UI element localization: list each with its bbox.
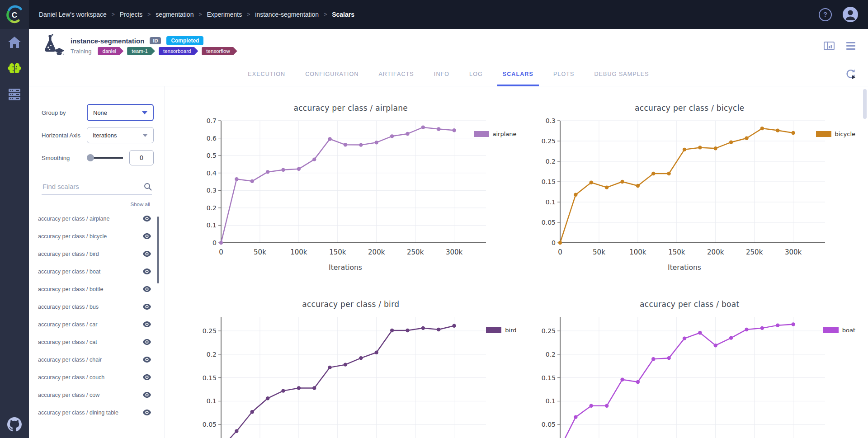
chart-canvas-bicycle[interactable]: 00.050.10.150.20.250.3050k100k150k200k25… — [532, 114, 830, 273]
horizontal-axis-select[interactable]: Iterations — [87, 127, 154, 143]
refresh-icon[interactable] — [845, 69, 856, 81]
tab-execution[interactable]: EXECUTION — [238, 62, 295, 86]
scalar-row-accuracy-per-class-dining-table[interactable]: accuracy per class / dining table — [29, 404, 165, 421]
chart-canvas-bird[interactable]: 00.050.10.150.20.25050k100k150k200k250k3… — [193, 311, 491, 438]
projects-brain-icon[interactable] — [8, 62, 21, 75]
tag-tensorboard[interactable]: tensorboard — [159, 47, 198, 55]
horizontal-axis-label: Horizontal Axis — [42, 132, 87, 139]
chart-title: accuracy per class / bird — [181, 300, 520, 309]
home-icon[interactable] — [8, 36, 21, 48]
tab-artifacts[interactable]: ARTIFACTS — [368, 62, 424, 86]
scalar-row-accuracy-per-class-airplane[interactable]: accuracy per class / airplane — [29, 210, 165, 227]
eye-icon[interactable] — [143, 216, 151, 221]
tab-plots[interactable]: PLOTS — [543, 62, 585, 86]
breadcrumb-separator: > — [324, 11, 327, 18]
scalar-label: accuracy per class / bus — [38, 304, 99, 310]
id-badge[interactable]: ID — [150, 37, 161, 44]
avatar[interactable] — [843, 7, 858, 22]
svg-text:300k: 300k — [446, 248, 463, 256]
menu-icon[interactable] — [846, 42, 855, 50]
left-rail — [0, 29, 29, 438]
tab-list: EXECUTIONCONFIGURATIONARTIFACTSINFOLOGSC… — [238, 62, 659, 86]
scalar-row-accuracy-per-class-bus[interactable]: accuracy per class / bus — [29, 298, 165, 316]
breadcrumb-item-instance-segmentation[interactable]: instance-segmentation — [255, 11, 319, 18]
breadcrumb-item-projects[interactable]: Projects — [120, 11, 143, 18]
scalar-row-accuracy-per-class-bicycle[interactable]: accuracy per class / bicycle — [29, 227, 165, 245]
svg-text:250k: 250k — [746, 248, 763, 256]
legend-boat[interactable]: boat — [823, 327, 855, 334]
scalar-chart-boat: accuracy per class / boat00.050.10.150.2… — [520, 287, 859, 438]
eye-icon[interactable] — [143, 392, 151, 398]
svg-text:250k: 250k — [407, 248, 424, 256]
legend-bird[interactable]: bird — [486, 327, 516, 334]
scalar-row-accuracy-per-class-cow[interactable]: accuracy per class / cow — [29, 386, 165, 404]
smoothing-slider[interactable] — [87, 154, 123, 161]
main-area: instance-segmentation ID Completed Train… — [0, 29, 868, 438]
show-all-link[interactable]: Show all — [29, 202, 150, 207]
eye-icon[interactable] — [143, 357, 151, 363]
eye-icon[interactable] — [143, 339, 151, 345]
eye-icon[interactable] — [143, 304, 151, 310]
tab-scalars[interactable]: SCALARS — [493, 62, 543, 86]
tag-team-1[interactable]: team-1 — [127, 47, 155, 55]
help-icon[interactable]: ? — [819, 8, 832, 21]
scalar-row-accuracy-per-class-car[interactable]: accuracy per class / car — [29, 316, 165, 333]
list-scrollbar[interactable] — [157, 217, 159, 283]
search-icon[interactable] — [144, 183, 152, 191]
tab-configuration[interactable]: CONFIGURATION — [295, 62, 368, 86]
tab-info[interactable]: INFO — [424, 62, 459, 86]
svg-text:150k: 150k — [329, 248, 346, 256]
eye-icon[interactable] — [143, 268, 151, 274]
chart-title: accuracy per class / bicycle — [520, 104, 859, 113]
scalar-row-accuracy-per-class-bird[interactable]: accuracy per class / bird — [29, 245, 165, 263]
legend-label: airplane — [493, 131, 517, 137]
eye-icon[interactable] — [143, 233, 151, 239]
svg-text:100k: 100k — [629, 248, 646, 256]
breadcrumb-item-daniel-lew-s-workspace[interactable]: Daniel Lew's workspace — [39, 11, 107, 18]
chart-canvas-boat[interactable]: 00.050.10.150.20.25050k100k150k200k250k3… — [532, 311, 830, 438]
x-axis-label: Iterations — [668, 264, 701, 272]
page-scrollbar[interactable] — [863, 89, 867, 119]
svg-text:0.05: 0.05 — [541, 219, 555, 226]
eye-icon[interactable] — [143, 374, 151, 380]
content: instance-segmentation ID Completed Train… — [29, 29, 868, 438]
tab-debug-samples[interactable]: DEBUG SAMPLES — [584, 62, 659, 86]
group-by-select[interactable]: None — [87, 104, 154, 121]
github-icon[interactable] — [7, 417, 22, 432]
scalar-label: accuracy per class / car — [38, 321, 97, 328]
scalar-row-accuracy-per-class-couch[interactable]: accuracy per class / couch — [29, 368, 165, 386]
svg-text:50k: 50k — [254, 248, 266, 256]
eye-icon[interactable] — [143, 321, 151, 327]
scalar-row-accuracy-per-class-bottle[interactable]: accuracy per class / bottle — [29, 280, 165, 298]
tag-tensorflow[interactable]: tensorflow — [202, 47, 237, 55]
breadcrumb-item-experiments[interactable]: Experiments — [207, 11, 242, 18]
table-view-icon[interactable] — [824, 42, 835, 50]
legend-swatch — [823, 327, 839, 333]
svg-text:0.3: 0.3 — [545, 117, 555, 124]
svg-text:0.2: 0.2 — [545, 351, 555, 358]
scalar-label: accuracy per class / chair — [38, 357, 102, 363]
tag-daniel[interactable]: daniel — [98, 47, 123, 55]
scalar-row-accuracy-per-class-boat[interactable]: accuracy per class / boat — [29, 263, 165, 280]
tab-log[interactable]: LOG — [459, 62, 493, 86]
eye-icon[interactable] — [143, 251, 151, 257]
chart-canvas-airplane[interactable]: 00.10.20.30.40.50.60.7050k100k150k200k25… — [193, 114, 491, 273]
experiment-type-icon — [40, 33, 64, 58]
slider-knob[interactable] — [87, 154, 94, 161]
eye-icon[interactable] — [143, 410, 151, 415]
workers-queues-icon[interactable] — [8, 89, 21, 100]
eye-icon[interactable] — [143, 286, 151, 292]
experiment-title: instance-segmentation — [71, 37, 144, 45]
search-input[interactable] — [42, 182, 144, 191]
scalar-row-accuracy-per-class-chair[interactable]: accuracy per class / chair — [29, 351, 165, 368]
legend-airplane[interactable]: airplane — [474, 131, 517, 137]
smoothing-input[interactable] — [129, 150, 154, 165]
breadcrumb-item-segmentation[interactable]: segmentation — [156, 11, 193, 18]
clearml-logo[interactable]: C — [0, 0, 29, 29]
svg-text:300k: 300k — [784, 248, 802, 256]
scalar-row-accuracy-per-class-cat[interactable]: accuracy per class / cat — [29, 333, 165, 351]
svg-text:0.5: 0.5 — [207, 152, 217, 159]
experiment-meta: instance-segmentation ID Completed Train… — [71, 36, 237, 55]
header-actions — [824, 42, 855, 50]
legend-bicycle[interactable]: bicycle — [816, 131, 855, 137]
